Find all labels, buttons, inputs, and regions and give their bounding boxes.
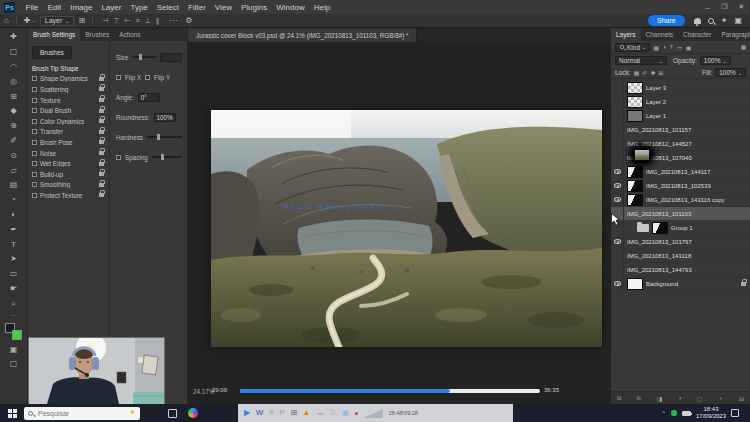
blend-mode-dropdown[interactable]: Normal ⌄	[615, 56, 667, 65]
layer-thumbnail[interactable]	[627, 278, 643, 290]
canvas-area[interactable]: HZCG www.qdnxxfb.c 24.17%	[188, 42, 610, 404]
more-options-icon[interactable]: ⋯	[169, 17, 177, 25]
pen-tool[interactable]: ✒	[0, 222, 28, 237]
quick-mask-icon[interactable]: ▣	[0, 342, 28, 357]
tab-brushes[interactable]: Brushes	[80, 28, 114, 41]
brush-item-smoothing[interactable]: Smoothing	[28, 180, 109, 191]
layer-mask-thumbnail[interactable]	[627, 180, 643, 192]
brush-item-dual-brush[interactable]: Dual Brush	[28, 105, 109, 116]
clone-stamp-tool[interactable]: ⊙	[0, 148, 28, 163]
tab-actions[interactable]: Actions	[114, 28, 145, 41]
align-bottom-icon[interactable]: ⊥	[145, 17, 151, 25]
share-button[interactable]: Share	[648, 15, 685, 26]
blur-tool[interactable]: ◔	[0, 193, 28, 208]
eye-toggle[interactable]	[611, 81, 624, 94]
lock-icon[interactable]	[99, 119, 104, 123]
eye-toggle[interactable]	[611, 235, 624, 248]
lock-icon[interactable]	[99, 87, 104, 91]
eye-toggle[interactable]	[611, 193, 624, 206]
angle-value-box[interactable]: 0°	[138, 93, 160, 102]
tab-layers[interactable]: Layers	[611, 28, 641, 41]
delete-layer-icon[interactable]: ⊟	[739, 395, 744, 402]
fill-dropdown[interactable]: 100% ⌄	[715, 68, 746, 77]
color-swatches[interactable]	[5, 323, 22, 340]
taskbar-search[interactable]: ✦	[24, 407, 140, 420]
gear-icon[interactable]: ⚙	[185, 17, 192, 25]
workspace-switcher-icon[interactable]: ▣	[734, 16, 742, 25]
chevron-down-icon[interactable]: ⌄	[32, 18, 36, 23]
checkbox-icon[interactable]	[32, 140, 37, 145]
align-center-icon[interactable]: ⊤	[113, 17, 119, 25]
adjustment-layer-icon[interactable]: ◑	[678, 395, 682, 401]
powerpoint-icon[interactable]: P	[280, 409, 285, 417]
checkbox-icon[interactable]	[32, 193, 37, 198]
layer-row[interactable]: IMG_20210813_143116 copy	[611, 193, 750, 207]
filter-toggle-icon[interactable]	[741, 45, 746, 50]
eye-toggle[interactable]	[611, 179, 624, 192]
menu-file[interactable]: File	[21, 0, 43, 14]
brushes-button[interactable]: Brushes	[32, 46, 72, 59]
add-mask-icon[interactable]: ◨	[657, 395, 663, 402]
task-view-button[interactable]	[168, 409, 177, 418]
quick-selection-tool[interactable]: ◎	[0, 74, 28, 89]
brush-tool[interactable]: ✐	[0, 134, 28, 149]
discover-sparkle-icon[interactable]: ✦	[721, 16, 728, 25]
eye-toggle[interactable]	[611, 277, 624, 290]
media-play-icon[interactable]: ▶	[244, 409, 250, 417]
background-color-swatch[interactable]	[12, 330, 22, 340]
menu-help[interactable]: Help	[309, 0, 334, 14]
hand-tool[interactable]: ☛	[0, 282, 28, 297]
lock-icon[interactable]	[99, 77, 104, 81]
brush-item-protect-texture[interactable]: Protect Texture	[28, 190, 109, 201]
checkbox-icon[interactable]	[32, 172, 37, 177]
notifications-bell-icon[interactable]	[694, 18, 701, 24]
move-tool[interactable]: ✚	[0, 30, 28, 45]
brush-item-build-up[interactable]: Build-up	[28, 169, 109, 180]
layer-mask-thumbnail[interactable]	[627, 166, 643, 178]
eye-toggle[interactable]	[611, 137, 624, 150]
tab-brush-settings[interactable]: Brush Settings	[28, 28, 80, 41]
layer-row[interactable]: IMG_20210813_101797	[611, 235, 750, 249]
lock-icon[interactable]	[99, 140, 104, 144]
layer-row[interactable]: IMG_20210813_143118	[611, 249, 750, 263]
menu-window[interactable]: Window	[272, 0, 309, 14]
brush-item-texture[interactable]: Texture	[28, 95, 109, 106]
layer-mask-thumbnail[interactable]	[627, 194, 643, 206]
edit-toolbar-icon[interactable]: ⋯	[10, 312, 17, 320]
lock-icon[interactable]	[99, 183, 104, 187]
roundness-value-box[interactable]: 100%	[154, 113, 176, 122]
menu-layer[interactable]: Layer	[97, 0, 126, 14]
home-icon[interactable]: ⌂	[4, 17, 9, 25]
video-progress-bar[interactable]	[240, 389, 540, 393]
layer-row[interactable]: Layer 1	[611, 109, 750, 123]
brush-item-scattering[interactable]: Scattering	[28, 84, 109, 95]
brush-item-brush-pose[interactable]: Brush Pose	[28, 137, 109, 148]
lock-icon[interactable]	[99, 193, 104, 197]
vlc-cone-icon[interactable]: ▲	[303, 409, 311, 417]
type-filter-icon[interactable]: T	[670, 44, 674, 51]
layer-row[interactable]: IMG_20210813_101157	[611, 123, 750, 137]
word-icon[interactable]: W	[256, 409, 264, 417]
search-icon[interactable]	[708, 18, 714, 24]
lock-artboard-icon[interactable]: ⊞	[658, 69, 663, 76]
battery-icon[interactable]	[682, 411, 691, 416]
taskbar-clock[interactable]: 18:43 17/09/2023	[696, 406, 726, 420]
layer-effects-icon[interactable]: fx	[637, 395, 642, 401]
layer-row[interactable]: IMG_20210813_144117	[611, 165, 750, 179]
marquee-tool[interactable]: ▢	[0, 45, 28, 60]
lock-paint-icon[interactable]: ✐	[642, 69, 647, 76]
link-layers-icon[interactable]: ⧉	[617, 395, 621, 402]
lock-icon[interactable]	[99, 98, 104, 102]
gradient-tool[interactable]: ▤	[0, 178, 28, 193]
smart-object-filter-icon[interactable]: ▣	[686, 44, 692, 51]
layer-row[interactable]: IMG_20210813_101103	[611, 207, 750, 221]
hardness-slider[interactable]	[147, 136, 182, 138]
lock-icon[interactable]	[99, 162, 104, 166]
tab-channels[interactable]: Channels	[641, 28, 678, 41]
tray-app-icon[interactable]	[671, 410, 677, 416]
flip-y-checkbox[interactable]	[145, 75, 150, 80]
zoom-tool[interactable]: ⌕	[0, 296, 28, 311]
eye-toggle[interactable]	[611, 165, 624, 178]
layer-row[interactable]: IMG_20210812_144527	[611, 137, 750, 151]
document-tab[interactable]: Jurassic cover Block v03.psd @ 24.1% (IM…	[188, 28, 417, 42]
